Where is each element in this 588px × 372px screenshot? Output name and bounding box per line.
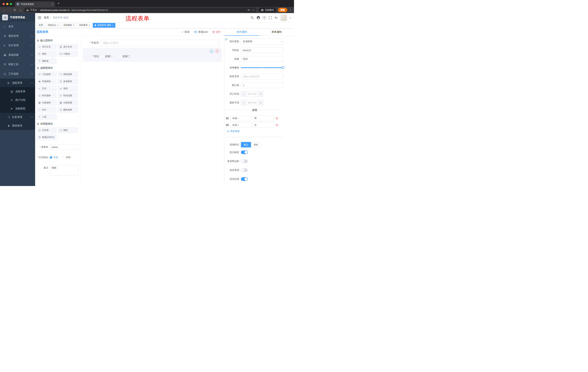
status-on-radio[interactable]: 开启 (50, 155, 58, 160)
close-icon[interactable]: × (89, 24, 90, 27)
forward-icon[interactable]: → (8, 9, 11, 12)
decrease-button[interactable]: − (241, 100, 246, 105)
sidebar-item-process-model[interactable]: ➤ 流程模型 (0, 104, 35, 113)
component-counter[interactable]: 123计数器 (58, 51, 78, 57)
gender-option2-checkbox[interactable]: 选项二 (118, 55, 130, 58)
maximize-window-button[interactable] (10, 3, 12, 5)
component-type-select[interactable] (241, 39, 283, 44)
tag-process-definition[interactable]: 流程定义 × (46, 23, 61, 28)
delete-component-button[interactable] (215, 49, 219, 53)
browser-home-icon[interactable]: ⌂ (19, 9, 22, 12)
component-radio-group[interactable]: ◉单选框组 (37, 78, 57, 84)
option1-value-input[interactable] (252, 116, 274, 121)
border-toggle[interactable] (241, 159, 248, 163)
option1-label-input[interactable] (230, 116, 251, 121)
sidebar-item-process-form[interactable]: ▤ 流程表单 (0, 87, 35, 96)
drag-handle-icon[interactable] (226, 124, 229, 126)
back-icon[interactable]: ← (2, 9, 6, 12)
component-rate[interactable]: ☆评分 (37, 107, 57, 113)
browser-menu-icon[interactable]: ⋮ (289, 8, 292, 12)
reload-icon[interactable]: ↻ (13, 8, 17, 12)
update-button[interactable]: 更新 (278, 8, 287, 12)
component-date-picker[interactable]: ▦日期选择 (37, 100, 57, 106)
avatar-caret-icon[interactable] (290, 17, 292, 18)
component-time-range[interactable]: ◴时间范围 (58, 93, 78, 98)
phone-field-row[interactable]: 手机号 (83, 40, 222, 46)
component-upload[interactable]: ⇧上传 (37, 114, 57, 120)
component-button[interactable]: ▢按钮 (58, 127, 78, 133)
field-name-input[interactable] (241, 47, 283, 53)
address-bar[interactable]: 不安全 dashboard.yudao.iocoder.cn/bpm/manag… (24, 8, 257, 12)
drag-handle-icon[interactable] (226, 117, 229, 119)
component-time-picker[interactable]: ◷时间选择 (37, 93, 57, 98)
save-button[interactable]: ✓ 保存 (182, 30, 190, 34)
sidebar-item-system-management[interactable]: ⚙ 系统管理 (0, 31, 35, 41)
increase-button[interactable]: + (258, 100, 263, 105)
sidebar-item-home[interactable]: ⌂ 首页 (0, 22, 35, 31)
app-logo-row[interactable]: 芋道管理系统 (0, 13, 35, 22)
help-icon[interactable]: ? (263, 16, 266, 19)
label-width-input[interactable] (241, 74, 283, 79)
window-controls[interactable] (2, 3, 12, 5)
component-editor[interactable]: ✎编辑器 (37, 58, 57, 64)
hamburger-icon[interactable] (35, 16, 44, 19)
copy-component-button[interactable] (210, 49, 214, 53)
security-warning-icon[interactable] (26, 9, 29, 11)
avatar[interactable] (280, 14, 287, 21)
style-button-button[interactable]: 按钮 (251, 142, 261, 148)
tab-component-props[interactable]: 组件属性 (224, 28, 259, 35)
github-icon[interactable] (257, 16, 260, 19)
component-table[interactable]: ⊞表格[开发中] (37, 134, 57, 140)
max-select-stepper[interactable]: − + (241, 100, 263, 105)
title-input[interactable] (241, 56, 283, 62)
remove-option-icon[interactable]: ⊖ (276, 124, 278, 127)
tag-home[interactable]: 首页 (37, 23, 45, 28)
tag-process-form-edit[interactable]: 流程表单-编辑 × (93, 23, 115, 28)
view-json-button[interactable]: 查看json (194, 30, 208, 34)
font-size-icon[interactable]: TT (275, 16, 277, 19)
fullscreen-icon[interactable] (269, 16, 272, 19)
add-option-button[interactable]: ⊕ 添加选项 (227, 130, 283, 133)
gender-field-block-selected[interactable]: 性别 选项一 选项二 (83, 48, 222, 62)
close-icon[interactable]: × (112, 24, 114, 27)
clear-button[interactable]: 清空 (212, 30, 221, 34)
status-off-radio[interactable]: 关闭 (62, 155, 70, 160)
close-window-button[interactable] (2, 3, 5, 5)
min-select-input[interactable] (246, 91, 258, 96)
component-switch[interactable]: ◐开关 (37, 85, 57, 91)
breadcrumb-home[interactable]: 首页 (44, 16, 49, 19)
option2-value-input[interactable] (252, 122, 274, 128)
component-checkbox-group[interactable]: ☑多选框组 (58, 78, 78, 84)
disabled-toggle[interactable] (241, 168, 248, 172)
component-single-text[interactable]: ▭单行文本 (37, 44, 57, 50)
form-grid-slider[interactable] (241, 65, 283, 71)
sidebar-item-infrastructure[interactable]: ▣ 基础设施 (0, 50, 35, 60)
required-toggle[interactable] (241, 177, 248, 181)
key-icon[interactable] (247, 9, 250, 11)
bookmark-star-icon[interactable]: ☆ (252, 9, 254, 11)
phone-input[interactable] (101, 40, 220, 46)
link-icon[interactable] (225, 38, 228, 42)
show-label-toggle[interactable] (241, 150, 248, 154)
style-default-button[interactable]: 默认 (241, 142, 251, 148)
component-date-range[interactable]: ▩日期范围 (58, 100, 78, 106)
default-value-input[interactable] (241, 82, 283, 88)
component-cascader[interactable]: ⌥级联选择 (58, 71, 78, 77)
increase-button[interactable]: + (258, 91, 263, 96)
sidebar-item-process-management[interactable]: ≣ 流程管理 (0, 79, 35, 87)
component-row-container[interactable]: ◫行容器 (37, 127, 57, 133)
tab-form-props[interactable]: 表单属性 (259, 28, 294, 35)
sidebar-item-user-group[interactable]: ⊙ 用户分组 (0, 96, 35, 104)
sidebar-item-workflow[interactable]: ◫ 工作流程 (0, 69, 35, 79)
remove-option-icon[interactable]: ⊖ (276, 117, 278, 120)
close-icon[interactable]: × (73, 24, 74, 27)
decrease-button[interactable]: − (241, 91, 246, 96)
remark-textarea[interactable]: 嘿嘿 (50, 165, 79, 175)
new-tab-button[interactable]: + (57, 1, 60, 5)
minimize-window-button[interactable] (6, 3, 8, 5)
component-slider[interactable]: ⊶滑块 (58, 85, 78, 91)
max-select-input[interactable] (246, 100, 258, 105)
slider-handle[interactable] (282, 66, 284, 69)
tab-close-icon[interactable]: × (52, 3, 53, 6)
sidebar-item-payment-management[interactable]: ¥ 支付管理 (0, 41, 35, 50)
